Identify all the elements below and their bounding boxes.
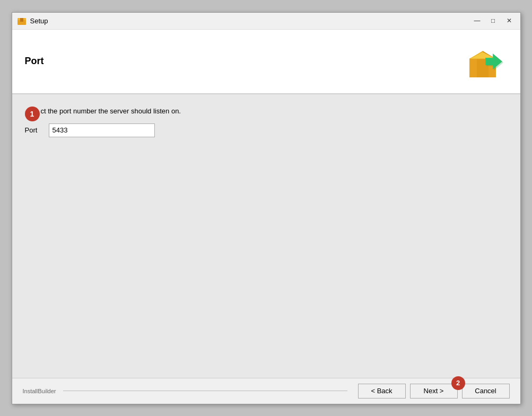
back-button[interactable]: < Back (358, 384, 406, 399)
next-button-wrapper: Next > 2 (410, 384, 458, 399)
app-icon (16, 15, 27, 26)
window-controls: — □ ✕ (470, 15, 516, 26)
window-title: Setup (30, 17, 470, 25)
content-area: 1 ct the port number the server should l… (12, 94, 520, 378)
svg-rect-3 (20, 20, 23, 22)
next-button[interactable]: Next > (410, 384, 458, 399)
step-badge-1: 1 (25, 107, 40, 121)
setup-window: Setup — □ ✕ Port (12, 12, 521, 404)
footer-section: InstallBuilder < Back Next > 2 Cancel (12, 378, 520, 404)
cancel-button[interactable]: Cancel (462, 384, 510, 399)
page-title: Port (25, 56, 44, 67)
footer-inner: InstallBuilder < Back Next > 2 Cancel (23, 384, 510, 399)
port-field-row: Port (25, 123, 508, 137)
description-text: ct the port number the server should lis… (41, 107, 181, 115)
close-button[interactable]: ✕ (502, 15, 516, 26)
header-icon (465, 40, 508, 83)
description-row: 1 ct the port number the server should l… (25, 107, 508, 123)
title-bar: Setup — □ ✕ (12, 13, 520, 30)
footer-buttons: < Back Next > 2 Cancel (358, 384, 510, 399)
maximize-button[interactable]: □ (486, 15, 500, 26)
footer-brand-area: InstallBuilder (23, 388, 347, 394)
minimize-button[interactable]: — (470, 15, 484, 26)
brand-divider (63, 391, 347, 391)
header-section: Port (12, 30, 520, 94)
brand-text: InstallBuilder (23, 388, 56, 394)
port-input[interactable] (49, 123, 155, 137)
port-label: Port (25, 126, 43, 134)
